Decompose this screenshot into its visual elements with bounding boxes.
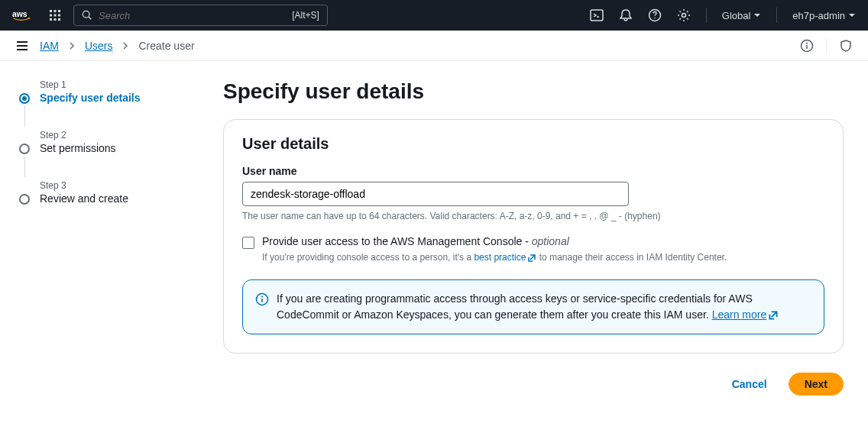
step-circle-3 bbox=[19, 194, 30, 205]
search-bar[interactable]: [Alt+S] bbox=[73, 5, 328, 26]
step-1-label: Step 1 bbox=[40, 79, 141, 90]
console-access-label: Provide user access to the AWS Managemen… bbox=[262, 235, 824, 247]
svg-rect-6 bbox=[58, 15, 60, 17]
external-link-icon bbox=[527, 253, 536, 263]
svg-rect-2 bbox=[54, 10, 57, 12]
step-circle-2 bbox=[19, 144, 30, 154]
breadcrumb-users[interactable]: Users bbox=[85, 40, 113, 52]
username-input[interactable] bbox=[242, 182, 629, 206]
help-icon[interactable] bbox=[648, 8, 662, 22]
shield-icon[interactable] bbox=[839, 39, 853, 53]
breadcrumbs: IAM Users Create user bbox=[40, 40, 195, 52]
svg-point-10 bbox=[83, 11, 89, 18]
svg-rect-9 bbox=[58, 18, 60, 21]
chevron-down-icon bbox=[753, 11, 761, 19]
svg-point-24 bbox=[261, 296, 263, 298]
step-2-label: Step 2 bbox=[40, 130, 116, 140]
chevron-right-icon bbox=[68, 42, 76, 50]
next-button[interactable]: Next bbox=[789, 373, 844, 396]
svg-line-11 bbox=[89, 17, 91, 19]
svg-point-16 bbox=[682, 14, 685, 18]
username-hint: The user name can have up to 64 characte… bbox=[242, 211, 824, 221]
info-icon[interactable] bbox=[800, 39, 814, 53]
step-3-title: Review and create bbox=[40, 192, 128, 205]
region-selector[interactable]: Global bbox=[722, 10, 762, 21]
panel-title: User details bbox=[242, 135, 824, 153]
page-title: Specify user details bbox=[223, 79, 844, 104]
notifications-icon[interactable] bbox=[619, 8, 633, 22]
svg-rect-3 bbox=[58, 10, 60, 12]
chevron-right-icon bbox=[121, 42, 129, 50]
svg-rect-8 bbox=[54, 18, 57, 21]
chevron-down-icon bbox=[848, 11, 856, 19]
step-3-label: Step 3 bbox=[40, 180, 128, 191]
svg-rect-1 bbox=[50, 10, 52, 12]
svg-text:aws: aws bbox=[12, 10, 28, 18]
console-access-hint: If you're providing console access to a … bbox=[262, 250, 824, 264]
search-input[interactable] bbox=[99, 10, 292, 21]
svg-point-15 bbox=[654, 18, 656, 19]
best-practice-link[interactable]: best practice bbox=[474, 252, 536, 263]
info-text: If you are creating programmatic access … bbox=[277, 291, 811, 323]
cancel-button[interactable]: Cancel bbox=[720, 372, 779, 396]
search-icon bbox=[82, 10, 92, 21]
breadcrumb-current: Create user bbox=[138, 40, 194, 52]
svg-rect-5 bbox=[54, 15, 57, 17]
external-link-icon bbox=[768, 310, 779, 321]
step-circle-1 bbox=[19, 93, 30, 104]
svg-point-21 bbox=[806, 42, 808, 44]
learn-more-link[interactable]: Learn more bbox=[712, 308, 779, 321]
account-selector[interactable]: eh7p-admin bbox=[792, 10, 856, 21]
cloudshell-icon[interactable] bbox=[590, 8, 604, 22]
step-2-title: Set permissions bbox=[40, 142, 116, 154]
svg-rect-7 bbox=[50, 18, 52, 21]
account-label: eh7p-admin bbox=[792, 10, 845, 21]
actions: Cancel Next bbox=[223, 372, 844, 396]
region-label: Global bbox=[722, 10, 751, 21]
stepper: Step 1 Specify user details Step 2 Set p… bbox=[12, 79, 196, 396]
info-icon bbox=[255, 292, 269, 308]
top-nav: aws [Alt+S] Global eh7p-admin bbox=[0, 0, 868, 31]
settings-icon[interactable] bbox=[677, 8, 691, 22]
user-details-panel: User details User name The user name can… bbox=[223, 119, 844, 354]
svg-rect-4 bbox=[50, 15, 52, 17]
breadcrumb-bar: IAM Users Create user bbox=[0, 31, 868, 61]
aws-logo[interactable]: aws bbox=[12, 8, 37, 23]
info-box: If you are creating programmatic access … bbox=[242, 279, 824, 334]
hamburger-icon[interactable] bbox=[15, 39, 29, 53]
username-label: User name bbox=[242, 165, 824, 177]
services-grid-icon[interactable] bbox=[49, 9, 61, 21]
console-access-checkbox[interactable] bbox=[242, 237, 254, 249]
search-shortcut: [Alt+S] bbox=[292, 10, 319, 21]
breadcrumb-iam[interactable]: IAM bbox=[40, 40, 59, 52]
step-1-title[interactable]: Specify user details bbox=[40, 92, 141, 104]
